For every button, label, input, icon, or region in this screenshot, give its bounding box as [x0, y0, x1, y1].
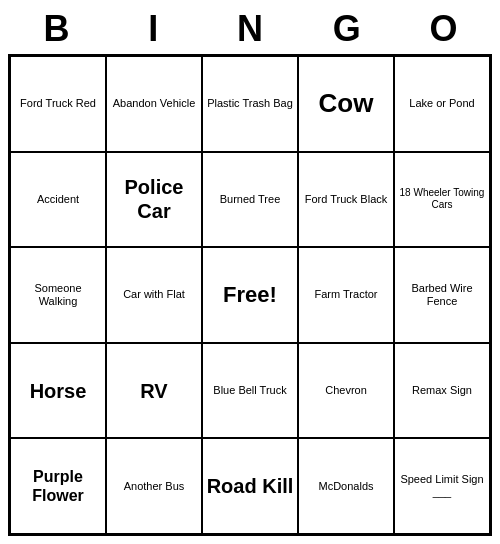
letter-n: N — [206, 8, 294, 50]
cell-free: Free! — [202, 247, 298, 343]
cell-2: Plastic Trash Bag — [202, 56, 298, 152]
cell-15: Horse — [10, 343, 106, 439]
letter-b: B — [12, 8, 100, 50]
letter-g: G — [303, 8, 391, 50]
letter-o: O — [400, 8, 488, 50]
letter-i: I — [109, 8, 197, 50]
cell-0: Ford Truck Red — [10, 56, 106, 152]
cell-14: Barbed Wire Fence — [394, 247, 490, 343]
cell-7: Burned Tree — [202, 152, 298, 248]
cell-8: Ford Truck Black — [298, 152, 394, 248]
cell-4: Lake or Pond — [394, 56, 490, 152]
cell-9: 18 Wheeler Towing Cars — [394, 152, 490, 248]
cell-21: Another Bus — [106, 438, 202, 534]
bingo-grid: Ford Truck Red Abandon Vehicle Plastic T… — [8, 54, 492, 536]
cell-13: Farm Tractor — [298, 247, 394, 343]
cell-3: Cow — [298, 56, 394, 152]
cell-22: Road Kill — [202, 438, 298, 534]
cell-11: Car with Flat — [106, 247, 202, 343]
cell-19: Remax Sign — [394, 343, 490, 439]
cell-5: Accident — [10, 152, 106, 248]
cell-24: Speed Limit Sign ___ — [394, 438, 490, 534]
cell-6: Police Car — [106, 152, 202, 248]
cell-17: Blue Bell Truck — [202, 343, 298, 439]
cell-20: Purple Flower — [10, 438, 106, 534]
bingo-title: B I N G O — [8, 8, 492, 50]
cell-1: Abandon Vehicle — [106, 56, 202, 152]
cell-10: Someone Walking — [10, 247, 106, 343]
cell-23: McDonalds — [298, 438, 394, 534]
cell-18: Chevron — [298, 343, 394, 439]
cell-16: RV — [106, 343, 202, 439]
